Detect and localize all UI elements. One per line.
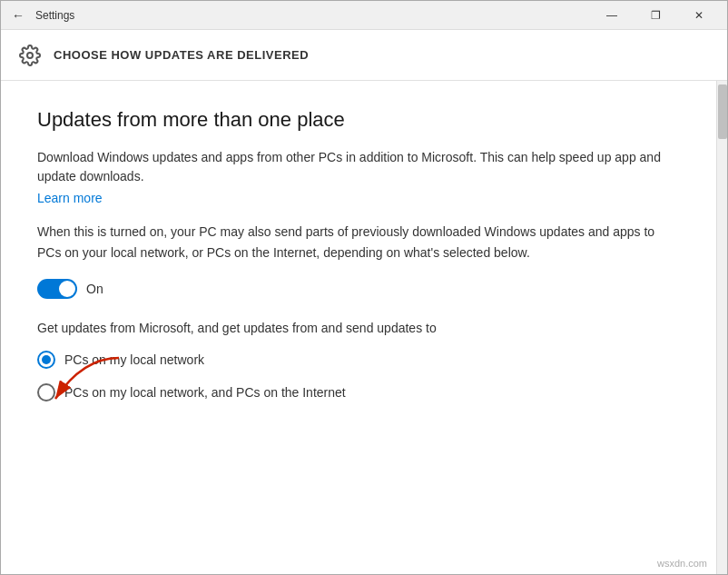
titlebar-left: ← Settings [8, 5, 591, 26]
window-title: Settings [35, 9, 74, 22]
toggle-label: On [86, 282, 103, 296]
titlebar: ← Settings — ❐ ✕ [1, 1, 727, 30]
radio-internet[interactable]: PCs on my local network, and PCs on the … [37, 383, 680, 402]
scrollbar[interactable] [716, 81, 727, 574]
radio-local-indicator [37, 351, 55, 369]
get-updates-description: Get updates from Microsoft, and get upda… [37, 319, 680, 338]
main-content: Updates from more than one place Downloa… [1, 81, 716, 574]
radio-internet-indicator [37, 383, 55, 402]
toggle-row: On [37, 279, 680, 299]
page-title: CHOOSE HOW UPDATES ARE DELIVERED [54, 48, 309, 62]
settings-window: ← Settings — ❐ ✕ CHOOSE HOW UPDATES ARE … [0, 0, 728, 575]
maximize-button[interactable]: ❐ [635, 1, 676, 30]
svg-point-0 [27, 53, 33, 58]
close-button[interactable]: ✕ [678, 1, 720, 30]
gear-icon [19, 45, 41, 66]
when-description: When this is turned on, your PC may also… [37, 222, 680, 263]
content-area: Updates from more than one place Downloa… [1, 81, 727, 574]
page-header: CHOOSE HOW UPDATES ARE DELIVERED [1, 30, 727, 81]
watermark: wsxdn.com [657, 558, 707, 569]
radio-local-label: PCs on my local network [64, 352, 204, 367]
back-button[interactable]: ← [8, 5, 28, 26]
minimize-button[interactable]: — [591, 1, 633, 30]
updates-toggle[interactable] [37, 279, 77, 299]
radio-internet-label: PCs on my local network, and PCs on the … [64, 385, 346, 400]
window-controls: — ❐ ✕ [591, 1, 720, 30]
section-heading: Updates from more than one place [37, 108, 680, 132]
description-1: Download Windows updates and apps from o… [37, 148, 680, 186]
toggle-knob [59, 281, 75, 297]
radio-local-network[interactable]: PCs on my local network [37, 351, 680, 369]
learn-more-link[interactable]: Learn more [37, 191, 103, 205]
scrollbar-thumb[interactable] [718, 84, 727, 139]
